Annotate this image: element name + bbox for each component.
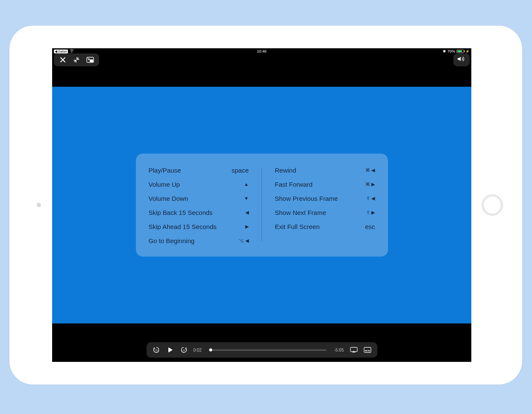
shortcut-label: Volume Up xyxy=(149,180,180,188)
svg-text:15: 15 xyxy=(182,349,185,352)
shortcut-label: Skip Ahead 15 Seconds xyxy=(149,223,217,230)
shortcut-key: ⌘ ▶ xyxy=(365,181,375,187)
status-right: ✱ 70% ⚡ xyxy=(267,49,470,53)
charging-icon: ⚡ xyxy=(465,50,470,53)
shortcut-key: ▲ xyxy=(244,182,249,187)
shortcut-key: ▶ xyxy=(245,223,249,229)
svg-rect-7 xyxy=(368,350,370,351)
ipad-frame: ◀ Safari 10:46 ✱ 70% ⚡ xyxy=(9,26,522,385)
ipad-camera xyxy=(37,203,41,207)
top-left-controls xyxy=(54,53,99,66)
shortcut-label: Show Previous Frame xyxy=(275,194,338,202)
svg-rect-1 xyxy=(90,59,93,62)
keyboard-shortcuts-overlay: Play/Pause space Volume Up ▲ Volume Down… xyxy=(136,154,388,257)
shortcut-row: Volume Up ▲ xyxy=(149,180,249,188)
scrubber-knob[interactable] xyxy=(209,349,212,352)
shortcut-row: Volume Down ▼ xyxy=(149,194,249,203)
scrubber-track[interactable] xyxy=(209,349,326,351)
svg-text:15: 15 xyxy=(155,349,158,352)
shortcut-row: Exit Full Screen esc xyxy=(275,222,375,231)
shortcut-label: Rewind xyxy=(275,166,296,173)
shortcut-label: Skip Back 15 Seconds xyxy=(149,208,213,216)
shortcut-key: ⌘ ◀ xyxy=(365,167,375,173)
time-elapsed: 0:02 xyxy=(194,348,202,352)
status-bar: ◀ Safari 10:46 ✱ 70% ⚡ xyxy=(52,48,471,54)
back-app-label: Safari xyxy=(58,50,67,53)
shortcut-key: ◀ xyxy=(245,209,249,215)
status-time: 10:46 xyxy=(257,49,267,53)
shortcut-key: space xyxy=(232,166,249,173)
back-to-app-button[interactable]: ◀ Safari xyxy=(54,50,68,53)
battery-icon xyxy=(456,50,464,53)
ipad-home-button[interactable] xyxy=(482,194,503,216)
svg-rect-5 xyxy=(364,347,371,352)
wifi-icon xyxy=(70,49,74,53)
status-left: ◀ Safari xyxy=(54,49,257,53)
shortcut-label: Volume Down xyxy=(149,194,188,202)
time-remaining: -5:05 xyxy=(334,348,344,352)
skip-ahead-15-icon[interactable]: 15 xyxy=(180,346,188,354)
skip-back-15-icon[interactable]: 15 xyxy=(153,346,160,354)
chevron-left-icon: ◀ xyxy=(55,50,57,53)
shortcut-row: Play/Pause space xyxy=(149,166,249,174)
svg-rect-6 xyxy=(365,350,367,351)
airplay-icon[interactable] xyxy=(350,346,358,354)
shortcut-label: Go to Beginning xyxy=(149,237,195,244)
battery-percent-label: 70% xyxy=(447,49,455,53)
shortcut-label: Fast Forward xyxy=(275,180,312,188)
shortcut-label: Show Next Frame xyxy=(275,208,326,216)
bluetooth-icon: ✱ xyxy=(443,49,446,53)
shortcut-row: Skip Ahead 15 Seconds ▶ xyxy=(149,222,249,231)
close-icon[interactable] xyxy=(59,56,67,64)
shortcut-row: Rewind ⌘ ◀ xyxy=(275,166,375,174)
shortcut-key: ⌥ ◀ xyxy=(238,238,249,243)
minimize-icon[interactable] xyxy=(73,56,80,64)
play-icon[interactable] xyxy=(166,346,174,354)
shortcut-row: Skip Back 15 Seconds ◀ xyxy=(149,208,249,217)
shortcut-key: esc xyxy=(365,223,375,230)
shortcut-key: ⇧ ▶ xyxy=(366,209,375,215)
volume-button[interactable] xyxy=(453,53,470,66)
screen: ◀ Safari 10:46 ✱ 70% ⚡ xyxy=(52,48,471,362)
shortcut-key: ▼ xyxy=(244,196,249,201)
shortcuts-col-left: Play/Pause space Volume Up ▲ Volume Down… xyxy=(149,166,262,245)
shortcut-row: Fast Forward ⌘ ▶ xyxy=(275,180,375,188)
subtitles-icon[interactable] xyxy=(364,346,371,354)
shortcut-label: Play/Pause xyxy=(149,166,181,173)
shortcut-row: Go to Beginning ⌥ ◀ xyxy=(149,236,249,245)
volume-icon xyxy=(457,56,466,64)
shortcut-key: ⇧ ◀ xyxy=(366,195,375,201)
picture-in-picture-icon[interactable] xyxy=(86,56,94,64)
shortcut-row: Show Previous Frame ⇧ ◀ xyxy=(275,194,375,203)
shortcuts-col-right: Rewind ⌘ ◀ Fast Forward ⌘ ▶ Show Previou… xyxy=(262,166,375,245)
shortcut-row: Show Next Frame ⇧ ▶ xyxy=(275,208,375,217)
shortcut-label: Exit Full Screen xyxy=(275,223,320,230)
video-content[interactable]: Play/Pause space Volume Up ▲ Volume Down… xyxy=(52,87,471,323)
playback-bar: 15 15 0:02 -5:05 xyxy=(147,342,377,358)
